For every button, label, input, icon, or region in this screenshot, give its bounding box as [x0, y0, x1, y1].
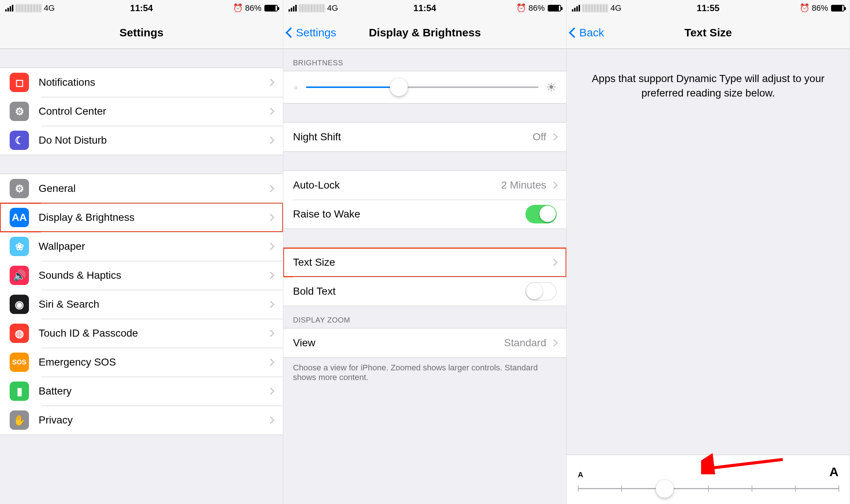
text-size-row[interactable]: Text Size — [283, 248, 566, 277]
slider-thumb[interactable] — [390, 78, 408, 96]
cell-label: Text Size — [293, 256, 551, 268]
raise-to-wake-toggle[interactable] — [525, 205, 557, 223]
battery-percent: 86% — [528, 3, 545, 13]
slider-tick — [752, 485, 752, 492]
slider-tick — [621, 485, 622, 492]
carrier-name — [299, 4, 325, 12]
network-label: 4G — [44, 3, 55, 13]
chevron-right-icon — [267, 185, 274, 192]
cell-label: View — [293, 337, 504, 349]
display-zoom-header: DISPLAY ZOOM — [283, 306, 566, 328]
display-icon: AA — [10, 208, 29, 227]
chevron-right-icon — [267, 359, 274, 366]
back-button[interactable]: Settings — [283, 26, 336, 39]
back-label: Back — [579, 26, 604, 39]
brightness-slider-row: ☼ ☀ — [283, 71, 566, 103]
sun-small-icon: ☼ — [293, 84, 299, 91]
cell-label: Auto-Lock — [293, 179, 501, 191]
battery-icon — [548, 5, 561, 12]
settings-row-emergency-sos[interactable]: SOSEmergency SOS — [0, 348, 283, 377]
cell-label: Emergency SOS — [39, 356, 268, 368]
cell-label: Battery — [39, 385, 268, 397]
chevron-right-icon — [550, 339, 558, 347]
settings-row-control-center[interactable]: ⚙Control Center — [0, 97, 283, 126]
settings-row-battery[interactable]: ▮Battery — [0, 377, 283, 406]
settings-row-do-not-disturb[interactable]: ☾Do Not Disturb — [0, 126, 283, 155]
battery-percent: 86% — [245, 3, 261, 13]
settings-row-privacy[interactable]: ✋Privacy — [0, 406, 283, 435]
sos-icon: SOS — [10, 353, 29, 372]
page-title: Text Size — [567, 26, 850, 39]
touchid-icon: ◍ — [10, 324, 29, 343]
settings-row-display-brightness[interactable]: AADisplay & Brightness — [0, 203, 283, 232]
cell-label: Notifications — [39, 76, 268, 88]
chevron-right-icon — [550, 133, 558, 141]
chevron-left-icon — [287, 26, 296, 39]
cell-label: General — [39, 183, 268, 194]
page-title: Settings — [0, 26, 283, 39]
settings-row-sounds-haptics[interactable]: 🔊Sounds & Haptics — [0, 261, 283, 290]
chevron-left-icon — [570, 26, 579, 39]
clock: 11:54 — [130, 3, 153, 13]
alarm-icon: ⏰ — [516, 3, 526, 13]
nav-bar: Settings Display & Brightness — [283, 16, 566, 49]
dynamic-type-description: Apps that support Dynamic Type will adju… — [567, 49, 850, 122]
cell-detail: 2 Minutes — [501, 179, 546, 191]
cell-label: Do Not Disturb — [39, 134, 268, 146]
dnd-icon: ☾ — [10, 131, 29, 150]
auto-lock-row[interactable]: Auto-Lock 2 Minutes — [283, 171, 566, 200]
carrier-name — [16, 4, 42, 12]
cell-label: Bold Text — [293, 285, 525, 297]
cell-label: Siri & Search — [39, 298, 268, 310]
alarm-icon: ⏰ — [799, 3, 810, 13]
settings-row-touch-id-passcode[interactable]: ◍Touch ID & Passcode — [0, 319, 283, 348]
settings-screen: 4G 11:54 ⏰ 86% Settings ◻Notifications⚙C… — [0, 0, 283, 504]
status-bar: 4G 11:54 ⏰ 86% — [0, 0, 283, 16]
settings-row-notifications[interactable]: ◻Notifications — [0, 68, 283, 97]
notifications-icon: ◻ — [10, 73, 29, 92]
bold-text-toggle[interactable] — [525, 282, 557, 301]
chevron-right-icon — [267, 79, 274, 86]
battery-icon — [831, 5, 844, 12]
cell-detail: Off — [533, 131, 546, 143]
settings-row-wallpaper[interactable]: ❀Wallpaper — [0, 232, 283, 261]
network-label: 4G — [327, 3, 338, 13]
chevron-right-icon — [267, 214, 274, 221]
cell-label: Control Center — [39, 105, 268, 117]
network-label: 4G — [610, 3, 621, 13]
slider-tick — [838, 485, 839, 492]
view-row[interactable]: View Standard — [283, 328, 566, 357]
text-size-screen: 4G 11:55 ⏰ 86% Back Text Size Apps that … — [567, 0, 850, 504]
status-bar: 4G 11:55 ⏰ 86% — [567, 0, 850, 16]
text-size-big-label: A — [829, 465, 838, 479]
battery-icon — [264, 5, 278, 12]
slider-thumb[interactable] — [656, 480, 674, 498]
brightness-header: BRIGHTNESS — [283, 49, 566, 71]
control-center-icon: ⚙ — [10, 102, 29, 121]
chevron-right-icon — [267, 301, 274, 308]
signal-icon — [289, 5, 297, 12]
alarm-icon: ⏰ — [233, 3, 243, 13]
general-icon: ⚙ — [10, 179, 29, 198]
chevron-right-icon — [267, 416, 274, 424]
signal-icon — [572, 5, 580, 12]
cell-detail: Standard — [504, 337, 546, 349]
settings-row-siri-search[interactable]: ◉Siri & Search — [0, 290, 283, 319]
cell-label: Sounds & Haptics — [39, 269, 268, 281]
chevron-right-icon — [267, 330, 274, 337]
slider-tick — [795, 485, 796, 492]
settings-row-general[interactable]: ⚙General — [0, 174, 283, 203]
cell-label: Touch ID & Passcode — [39, 327, 268, 339]
text-size-slider[interactable] — [578, 488, 838, 489]
night-shift-row[interactable]: Night Shift Off — [283, 122, 566, 151]
siri-icon: ◉ — [10, 295, 29, 314]
text-size-panel: A A — [567, 455, 850, 504]
chevron-right-icon — [550, 181, 558, 189]
status-bar: 4G 11:54 ⏰ 86% — [283, 0, 566, 16]
clock: 11:55 — [697, 3, 719, 13]
battery-percent: 86% — [812, 3, 828, 13]
brightness-slider[interactable] — [306, 86, 538, 88]
back-button[interactable]: Back — [567, 26, 604, 39]
back-label: Settings — [296, 26, 336, 39]
cell-label: Night Shift — [293, 131, 533, 143]
